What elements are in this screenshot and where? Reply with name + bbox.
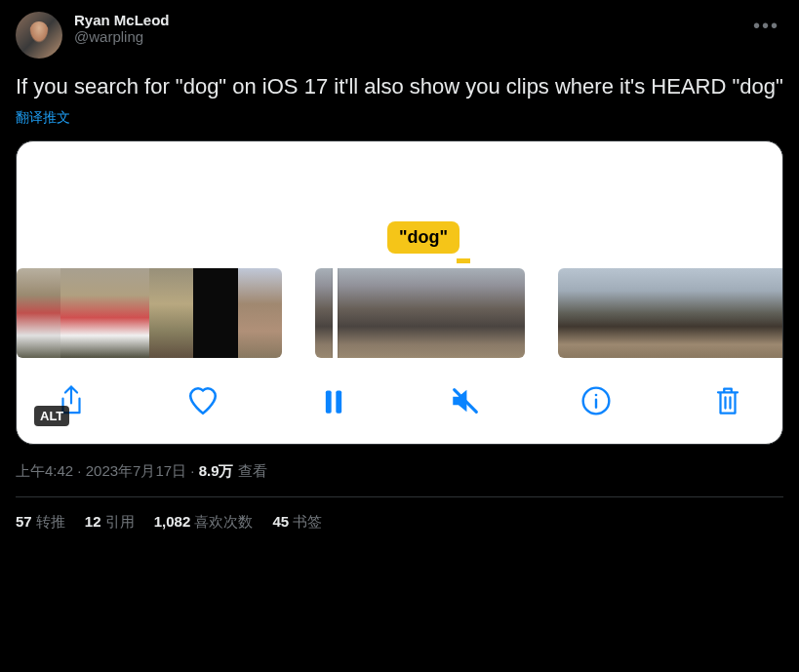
views-label: 查看	[238, 462, 267, 479]
likes-label: 喜欢次数	[194, 513, 253, 530]
quotes-stat[interactable]: 12 引用	[85, 513, 135, 532]
likes-stat[interactable]: 1,082 喜欢次数	[154, 513, 254, 532]
meta-separator: ·	[186, 462, 199, 479]
handle: @warpling	[74, 28, 738, 45]
tweet-stats: 57 转推 12 引用 1,082 喜欢次数 45 书签	[16, 513, 783, 532]
tweet-text: If you search for "dog" on iOS 17 it'll …	[16, 72, 783, 101]
tweet-container: Ryan McLeod @warpling ••• If you search …	[0, 0, 799, 543]
quotes-label: 引用	[105, 513, 135, 530]
clip-frame	[639, 268, 679, 358]
bookmarks-count: 45	[272, 513, 289, 530]
clip-group-1[interactable]	[17, 268, 282, 358]
clip-frame	[598, 268, 638, 358]
clip-frame	[558, 268, 598, 358]
clip-group-2[interactable]	[315, 268, 525, 358]
bookmarks-stat[interactable]: 45 书签	[272, 513, 322, 532]
clip-frame	[420, 268, 473, 358]
author-names[interactable]: Ryan McLeod @warpling	[74, 12, 738, 45]
svg-rect-1	[337, 390, 342, 413]
svg-rect-0	[326, 390, 332, 413]
tweet-date[interactable]: 2023年7月17日	[86, 462, 186, 479]
avatar[interactable]	[16, 12, 62, 59]
clip-group-3[interactable]	[558, 268, 783, 358]
tweet-header: Ryan McLeod @warpling •••	[16, 12, 783, 59]
search-term-tooltip: "dog"	[387, 221, 459, 254]
clip-frame	[760, 268, 783, 358]
clip-frame	[149, 268, 193, 358]
svg-point-4	[595, 393, 598, 396]
bookmarks-label: 书签	[293, 513, 322, 530]
views-count: 8.9万	[199, 462, 234, 479]
retweets-stat[interactable]: 57 转推	[16, 513, 65, 532]
quotes-count: 12	[85, 513, 101, 530]
divider	[16, 496, 783, 497]
tooltip-marker	[457, 258, 470, 263]
translate-link[interactable]: 翻译推文	[16, 109, 783, 127]
trash-icon[interactable]	[710, 383, 745, 418]
mute-icon[interactable]	[448, 383, 483, 418]
clip-frame	[238, 268, 282, 358]
playhead[interactable]	[333, 268, 338, 358]
tweet-time[interactable]: 上午4:42	[16, 462, 73, 479]
tweet-meta: 上午4:42 · 2023年7月17日 · 8.9万 查看	[16, 462, 783, 481]
media-toolbar	[17, 358, 782, 444]
retweets-label: 转推	[36, 513, 65, 530]
clip-frame	[105, 268, 149, 358]
clip-frame	[679, 268, 719, 358]
pause-icon[interactable]	[316, 383, 351, 418]
clip-frame	[472, 268, 525, 358]
likes-count: 1,082	[154, 513, 191, 530]
clip-frame	[315, 268, 368, 358]
media-card[interactable]: "dog"	[16, 140, 783, 445]
clip-frame	[17, 268, 60, 358]
info-icon[interactable]	[579, 383, 614, 418]
meta-separator: ·	[73, 462, 86, 479]
clip-frame	[60, 268, 104, 358]
clip-timeline	[17, 268, 782, 358]
display-name: Ryan McLeod	[74, 12, 738, 28]
alt-badge[interactable]: ALT	[34, 406, 69, 426]
clip-frame	[193, 268, 237, 358]
more-icon[interactable]: •••	[749, 12, 783, 39]
heart-icon[interactable]	[185, 383, 220, 418]
clip-frame	[719, 268, 759, 358]
clip-frame	[368, 268, 420, 358]
retweets-count: 57	[16, 513, 32, 530]
